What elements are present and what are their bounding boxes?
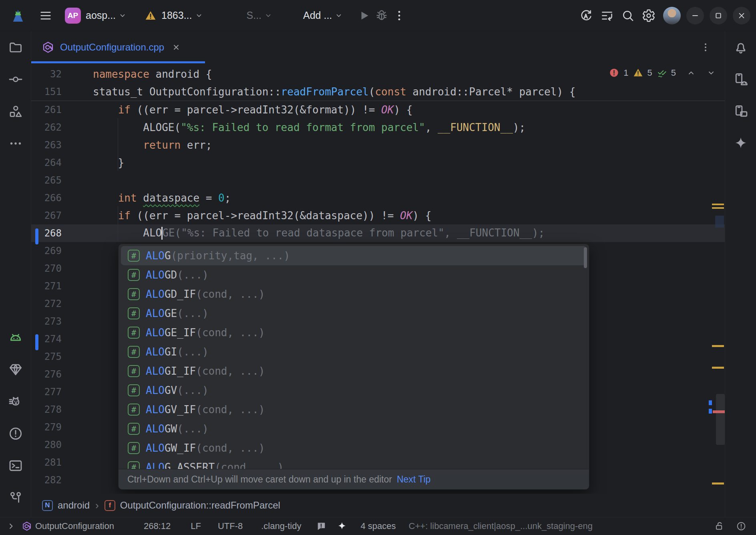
terminal-tool-button[interactable] [7, 457, 24, 474]
line-number[interactable]: 266 [31, 192, 64, 204]
commit-tool-button[interactable] [7, 71, 24, 88]
maximize-button[interactable] [710, 7, 727, 24]
previous-problem-icon[interactable] [686, 68, 696, 78]
encoding-widget[interactable]: UTF-8 [218, 521, 243, 531]
line-number[interactable]: 270 [31, 263, 64, 274]
completion-item-ALOGD[interactable]: #ALOGD(...) [121, 265, 587, 285]
completion-item-ALOGD_IF[interactable]: #ALOGD_IF(cond, ...) [121, 285, 587, 304]
editor-line-266[interactable]: 266 int dataspace = 0; [31, 189, 725, 207]
project-tool-button[interactable] [7, 38, 24, 56]
more-actions-button[interactable] [390, 7, 408, 24]
structure-tool-button[interactable] [7, 103, 24, 120]
gemini-tool-button[interactable] [732, 135, 750, 152]
editor-line-151[interactable]: 151status_t OutputConfiguration::readFro… [31, 83, 725, 101]
editor-line-261[interactable]: 261 if ((err = parcel->readInt32(&format… [31, 101, 725, 119]
editor-line-267[interactable]: 267 if ((err = parcel->readInt32(&datasp… [31, 207, 725, 224]
sparkle-icon[interactable] [337, 521, 347, 531]
statusbar-file[interactable]: OutputConfiguration [22, 521, 114, 531]
line-number[interactable]: 262 [31, 122, 64, 133]
line-number[interactable]: 269 [31, 245, 64, 256]
minimize-button[interactable] [686, 7, 704, 24]
completion-item-ALOGW[interactable]: #ALOGW(...) [121, 419, 587, 438]
line-number[interactable]: 275 [31, 351, 64, 362]
line-separator-widget[interactable]: LF [191, 521, 201, 531]
expand-stripe-icon[interactable] [6, 521, 16, 531]
profiler-tool-button[interactable] [7, 393, 24, 410]
line-number[interactable]: 274 [31, 333, 64, 345]
unlock-icon[interactable] [714, 521, 725, 531]
main-menu-button[interactable] [37, 7, 54, 24]
project-avatar[interactable]: AP [65, 8, 81, 24]
line-number[interactable]: 267 [31, 210, 64, 221]
device-manager-tool-button[interactable] [732, 71, 750, 88]
restore-layout-button[interactable] [598, 7, 616, 24]
inspection-bubble-icon[interactable] [316, 521, 326, 531]
toolchain-widget[interactable]: C++: libcamera_client|aosp_...unk_stagin… [409, 521, 593, 531]
line-number[interactable]: 278 [31, 404, 64, 415]
next-problem-icon[interactable] [706, 68, 716, 78]
app-quality-insights-tool-button[interactable] [7, 361, 24, 378]
a-circular-arrow-button[interactable] [577, 7, 595, 24]
line-number[interactable]: 32 [31, 69, 64, 80]
line-number[interactable]: 261 [31, 104, 64, 115]
line-number[interactable]: 151 [31, 86, 64, 97]
line-number[interactable]: 272 [31, 298, 64, 309]
notifications-button[interactable] [732, 38, 750, 56]
run-configuration-selector[interactable]: Add ... [298, 10, 343, 21]
line-number[interactable]: 265 [31, 175, 64, 186]
project-selector[interactable]: aosp... [81, 10, 127, 21]
editor-line-262[interactable]: 262 ALOGE("%s: Failed to read format fro… [31, 119, 725, 136]
completion-item-ALOGE[interactable]: #ALOGE(...) [121, 304, 587, 323]
device-selector[interactable]: S... [242, 10, 273, 21]
line-number[interactable]: 282 [31, 474, 64, 486]
editor-line-264[interactable]: 264 } [31, 154, 725, 172]
error-circle-icon[interactable] [736, 521, 746, 531]
editor-line-265[interactable]: 265 [31, 172, 725, 189]
running-devices-tool-button[interactable] [732, 103, 750, 120]
popup-scrollbar-thumb[interactable] [584, 247, 587, 268]
line-number[interactable]: 263 [31, 139, 64, 151]
next-tip-link[interactable]: Next Tip [397, 474, 430, 485]
line-number[interactable]: 280 [31, 439, 64, 450]
editor-line-268[interactable]: 268 ALOGE("%s: Failed to read dataspace … [31, 224, 725, 242]
line-number[interactable]: 273 [31, 316, 64, 327]
version-control-tool-button[interactable] [7, 489, 24, 507]
line-number[interactable]: 271 [31, 281, 64, 292]
line-number[interactable]: 279 [31, 422, 64, 433]
line-number[interactable]: 277 [31, 386, 64, 398]
breadcrumb-function[interactable]: fOutputConfiguration::readFromParcel [105, 500, 280, 511]
indent-widget[interactable]: 4 spaces [361, 521, 396, 531]
close-window-button[interactable] [733, 7, 750, 24]
completion-item-ALOGW_IF[interactable]: #ALOGW_IF(cond, ...) [121, 438, 587, 458]
logcat-tool-button[interactable] [7, 329, 24, 346]
settings-button[interactable] [640, 7, 657, 24]
completion-item-ALOGV[interactable]: #ALOGV(...) [121, 381, 587, 400]
inspections-widget[interactable]: 1 5 5 [609, 67, 716, 78]
run-button[interactable] [355, 7, 373, 24]
debug-button[interactable] [373, 7, 390, 24]
analyzer-widget[interactable]: .clang-tidy [261, 521, 301, 531]
more-tools-button[interactable] [7, 135, 24, 152]
user-avatar[interactable] [663, 7, 681, 24]
line-number[interactable]: 281 [31, 457, 64, 468]
completion-tip-bar: Ctrl+Down and Ctrl+Up will move caret do… [119, 469, 589, 489]
vcs-widget[interactable]: 1863... [145, 10, 203, 22]
caret-position-widget[interactable]: 268:12 [144, 521, 171, 531]
code-editor[interactable]: 32namespace android {151status_t OutputC… [31, 63, 725, 494]
search-everywhere-button[interactable] [619, 7, 637, 24]
tab-label: OutputConfiguration.cpp [60, 42, 164, 53]
close-tab-icon[interactable] [171, 42, 181, 52]
tab-outputconfiguration-cpp[interactable]: OutputConfiguration.cpp [31, 31, 205, 63]
problems-tool-button[interactable] [7, 425, 24, 442]
completion-item-ALOGE_IF[interactable]: #ALOGE_IF(cond, ...) [121, 323, 587, 342]
line-number[interactable]: 264 [31, 157, 64, 168]
completion-item-ALOGI_IF[interactable]: #ALOGI_IF(cond, ...) [121, 361, 587, 381]
line-number[interactable]: 268 [31, 228, 64, 239]
completion-item-ALOG[interactable]: #ALOG(priority,tag, ...) [121, 246, 587, 265]
tab-options-button[interactable] [697, 38, 714, 56]
line-number[interactable]: 276 [31, 369, 64, 380]
breadcrumb-namespace[interactable]: Nandroid [42, 500, 90, 511]
completion-item-ALOGV_IF[interactable]: #ALOGV_IF(cond, ...) [121, 400, 587, 419]
completion-item-ALOGI[interactable]: #ALOGI(...) [121, 342, 587, 361]
editor-line-263[interactable]: 263 return err; [31, 136, 725, 154]
